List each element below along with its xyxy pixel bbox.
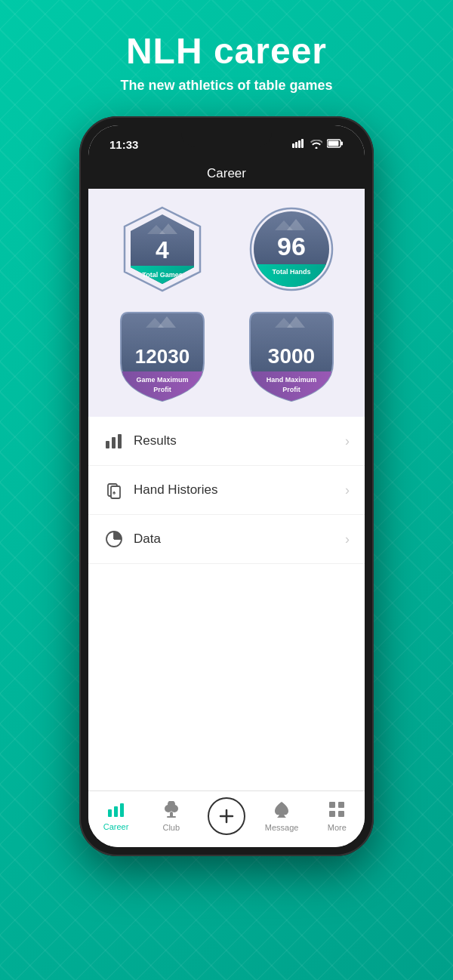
svg-rect-3 <box>301 139 304 148</box>
svg-rect-55 <box>338 802 344 808</box>
grid-tab-icon <box>328 801 345 821</box>
circle-shape: 96 Total Hands <box>246 204 337 294</box>
svg-marker-7 <box>125 208 200 291</box>
stat-card-hand-profit: 3000 Hand Maximum Profit <box>233 307 350 405</box>
app-subtitle: The new athletics of table games <box>120 78 332 94</box>
svg-rect-44 <box>108 809 112 817</box>
svg-text:Total Hands: Total Hands <box>272 268 310 276</box>
tab-club[interactable]: Club <box>149 801 194 832</box>
svg-rect-36 <box>112 437 116 448</box>
tab-career[interactable]: Career <box>94 802 139 831</box>
menu-item-results[interactable]: Results › <box>88 417 365 466</box>
shield-shape-2: 3000 Hand Maximum Profit <box>246 307 337 405</box>
menu-item-data[interactable]: Data › <box>88 515 365 564</box>
hand-histories-arrow: › <box>345 482 350 498</box>
svg-rect-2 <box>298 140 300 148</box>
svg-rect-54 <box>329 802 335 808</box>
cards-icon: ♠ <box>103 479 125 501</box>
message-tab-label: Message <box>265 823 299 832</box>
svg-rect-5 <box>341 142 344 146</box>
nav-bar: Career <box>88 159 365 189</box>
tab-more[interactable]: More <box>314 801 359 832</box>
status-icons <box>292 137 344 151</box>
svg-rect-37 <box>118 434 122 448</box>
data-arrow: › <box>345 532 350 547</box>
career-tab-label: Career <box>103 822 129 831</box>
hex-outline <box>117 204 208 294</box>
svg-text:Hand Maximum: Hand Maximum <box>266 376 316 384</box>
tab-bar: Career Club <box>88 790 365 847</box>
add-button-icon[interactable] <box>208 797 245 835</box>
wifi-icon <box>310 138 322 151</box>
results-arrow: › <box>345 433 350 449</box>
svg-rect-56 <box>329 811 335 817</box>
stats-grid: 4 Total Games <box>88 189 365 417</box>
nav-title: Career <box>207 166 246 180</box>
tab-add[interactable] <box>204 797 249 835</box>
menu-item-hand-histories[interactable]: ♠ Hand Histories › <box>88 466 365 515</box>
tab-message[interactable]: Message <box>259 801 304 832</box>
stat-card-game-profit: 12030 Game Maximum Profit <box>103 307 220 405</box>
svg-rect-46 <box>120 803 124 817</box>
svg-rect-1 <box>295 142 297 148</box>
notch <box>181 125 272 146</box>
club-tab-label: Club <box>162 823 180 832</box>
svg-rect-51 <box>167 816 176 818</box>
svg-text:Profit: Profit <box>282 386 300 393</box>
spade-tab-icon <box>274 801 289 821</box>
svg-text:3000: 3000 <box>267 344 314 368</box>
app-title: NLH career <box>120 30 332 72</box>
svg-text:96: 96 <box>277 232 306 260</box>
app-header: NLH career The new athletics of table ga… <box>105 0 347 109</box>
phone-screen: 11:33 <box>88 125 365 847</box>
svg-rect-6 <box>328 141 339 146</box>
svg-rect-45 <box>114 806 118 817</box>
status-time: 11:33 <box>109 138 138 151</box>
svg-rect-0 <box>292 143 294 148</box>
svg-rect-57 <box>338 811 344 817</box>
pie-chart-icon <box>103 529 125 550</box>
club-tab-icon <box>162 801 180 821</box>
svg-text:Profit: Profit <box>153 386 171 393</box>
battery-icon <box>327 137 344 151</box>
shield-shape-1: 12030 Game Maximum Profit <box>117 307 208 405</box>
svg-text:Game Maximum: Game Maximum <box>136 376 188 384</box>
menu-hand-histories-label: Hand Histories <box>134 482 345 498</box>
svg-text:12030: 12030 <box>134 345 189 368</box>
svg-rect-35 <box>106 441 109 448</box>
phone-frame: 11:33 <box>79 116 374 856</box>
more-tab-label: More <box>328 823 347 832</box>
bar-chart-icon <box>103 430 125 451</box>
menu-section: Results › ♠ Hand Histories › <box>88 417 365 790</box>
signal-icon <box>292 139 306 150</box>
menu-results-label: Results <box>134 433 345 448</box>
content-area: 4 Total Games <box>88 189 365 790</box>
career-tab-icon <box>107 802 125 820</box>
stat-card-total-hands: 96 Total Hands <box>233 204 350 294</box>
menu-data-label: Data <box>134 532 345 547</box>
stat-card-total-games: 4 Total Games <box>103 204 220 294</box>
